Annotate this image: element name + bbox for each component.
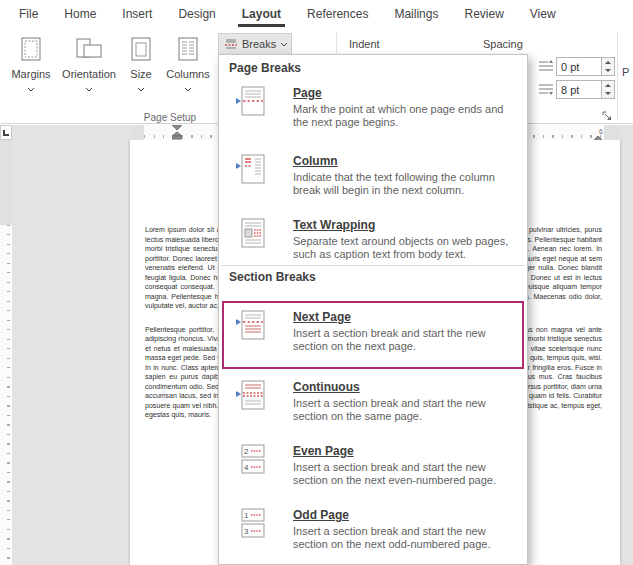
- indent-label: Indent: [349, 38, 380, 50]
- size-icon: [129, 34, 153, 64]
- indent-markers[interactable]: [172, 125, 182, 140]
- margins-chevron-down-icon: [27, 82, 35, 94]
- menu-item-next-page[interactable]: Next Page Insert a section break and sta…: [221, 307, 525, 369]
- tab-design[interactable]: Design: [165, 0, 228, 28]
- menu-item-column[interactable]: Column Indicate that the text following …: [221, 151, 525, 213]
- menu-item-description: Insert a section break and start the new…: [293, 461, 513, 487]
- size-chevron-down-icon: [137, 82, 145, 94]
- spacing-before-increment[interactable]: [602, 58, 614, 67]
- tab-stop-selector[interactable]: [0, 125, 12, 140]
- columns-button[interactable]: Columns: [162, 32, 214, 106]
- section-breaks-header: Section Breaks: [229, 270, 316, 284]
- menu-item-title: Text Wrapping: [293, 218, 513, 232]
- svg-text:3: 3: [244, 527, 249, 536]
- size-button[interactable]: Size: [122, 32, 160, 106]
- menu-item-title: Page: [293, 86, 513, 100]
- menu-item-description: Mark the point at which one page ends an…: [293, 103, 513, 129]
- menu-item-title: Next Page: [293, 310, 513, 324]
- spacing-after-decrement[interactable]: [602, 90, 614, 99]
- orientation-icon: [75, 34, 103, 64]
- tab-references[interactable]: References: [294, 0, 381, 28]
- tab-insert[interactable]: Insert: [109, 0, 165, 28]
- orientation-chevron-down-icon: [85, 82, 93, 94]
- menu-item-title: Odd Page: [293, 508, 513, 522]
- spacing-after-field[interactable]: 8 pt: [556, 80, 602, 99]
- spacing-before-stepper: [602, 57, 615, 76]
- right-indent-marker[interactable]: [593, 131, 603, 140]
- spacing-before-decrement[interactable]: [602, 67, 614, 76]
- columns-icon: [176, 34, 200, 64]
- margins-button[interactable]: Margins: [6, 32, 56, 106]
- spacing-after-icon: [538, 82, 554, 96]
- orientation-button[interactable]: Orientation: [58, 32, 120, 106]
- tab-view[interactable]: View: [517, 0, 569, 28]
- breaks-label: Breaks: [242, 38, 276, 50]
- breaks-chevron-down-icon: [280, 42, 288, 47]
- size-label: Size: [130, 68, 151, 80]
- page-break-icon: [235, 86, 269, 120]
- menu-item-even-page[interactable]: 24 Even Page Insert a section break and …: [221, 441, 525, 503]
- columns-chevron-down-icon: [184, 82, 192, 94]
- tab-home[interactable]: Home: [51, 0, 109, 28]
- spacing-before-value: 0 pt: [561, 61, 579, 73]
- ribbon-tabs-bar: File Home Insert Design Layout Reference…: [0, 0, 633, 28]
- paragraph-dialog-launcher-icon[interactable]: [601, 110, 614, 123]
- even-page-break-icon: 24: [235, 444, 269, 478]
- menu-separator: [221, 265, 525, 266]
- margins-label: Margins: [11, 68, 50, 80]
- left-tab-icon: [3, 130, 9, 136]
- continuous-break-icon: [235, 380, 269, 414]
- margins-icon: [18, 34, 44, 64]
- svg-text:2: 2: [244, 447, 249, 456]
- odd-page-break-icon: 13: [235, 508, 269, 542]
- menu-item-description: Indicate that the text following the col…: [293, 171, 513, 197]
- tab-layout[interactable]: Layout: [229, 0, 294, 28]
- tab-file[interactable]: File: [6, 0, 51, 28]
- menu-item-description: Separate text around objects on web page…: [293, 235, 513, 261]
- spacing-label: Spacing: [483, 38, 523, 50]
- spacing-after-value: 8 pt: [561, 84, 579, 96]
- menu-item-title: Even Page: [293, 444, 513, 458]
- menu-item-continuous[interactable]: Continuous Insert a section break and st…: [221, 377, 525, 439]
- tab-mailings[interactable]: Mailings: [381, 0, 451, 28]
- menu-item-description: Insert a section break and start the new…: [293, 525, 513, 551]
- svg-text:4: 4: [244, 463, 249, 472]
- text-wrapping-break-icon: [235, 218, 269, 252]
- menu-item-description: Insert a section break and start the new…: [293, 327, 513, 353]
- page-breaks-header: Page Breaks: [229, 61, 301, 75]
- arrange-group-cutoff-label: P: [622, 66, 629, 78]
- spacing-after-stepper: [602, 80, 615, 99]
- tab-review[interactable]: Review: [451, 0, 516, 28]
- breaks-button[interactable]: Breaks: [218, 33, 292, 55]
- spacing-before-field[interactable]: 0 pt: [556, 57, 602, 76]
- page-break-glyph-icon: [224, 37, 238, 51]
- page-setup-group-label: Page Setup: [120, 112, 220, 123]
- menu-item-odd-page[interactable]: 13 Odd Page Insert a section break and s…: [221, 505, 525, 565]
- menu-item-title: Column: [293, 154, 513, 168]
- menu-item-description: Insert a section break and start the new…: [293, 397, 513, 423]
- menu-item-text-wrapping[interactable]: Text Wrapping Separate text around objec…: [221, 215, 525, 277]
- columns-label: Columns: [166, 68, 209, 80]
- breaks-dropdown-menu: Page Breaks Page Mark the point at which…: [218, 54, 528, 565]
- next-page-break-icon: [235, 310, 269, 344]
- svg-text:1: 1: [244, 511, 249, 520]
- menu-item-page[interactable]: Page Mark the point at which one page en…: [221, 83, 525, 145]
- menu-item-title: Continuous: [293, 380, 513, 394]
- group-separator: [617, 32, 618, 120]
- vertical-ruler-text-area: [0, 225, 12, 565]
- orientation-label: Orientation: [62, 68, 116, 80]
- column-break-icon: [235, 154, 269, 188]
- spacing-before-icon: [538, 59, 554, 73]
- vertical-ruler: [0, 140, 12, 565]
- spacing-after-increment[interactable]: [602, 81, 614, 90]
